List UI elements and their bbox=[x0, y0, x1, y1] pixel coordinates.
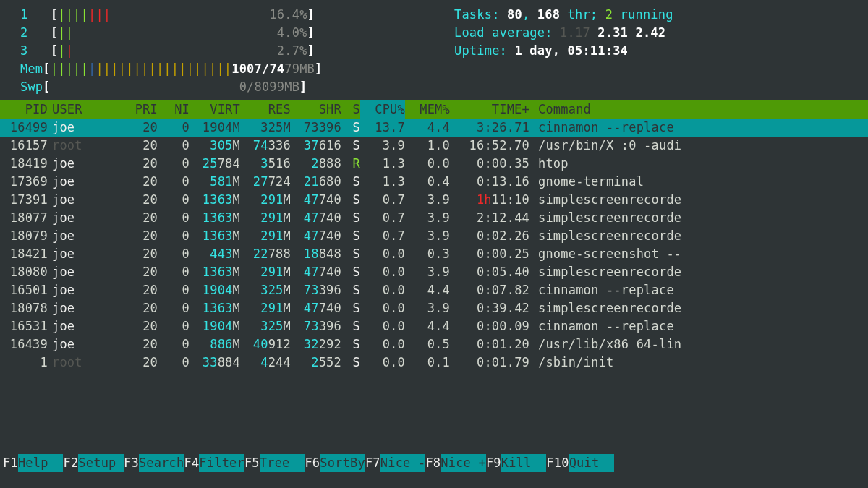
cell-ni: 0 bbox=[158, 263, 190, 281]
process-row[interactable]: 18421 joe 20 0 443M 22788 18848 S 0.0 0.… bbox=[0, 245, 868, 263]
cell-virt: 1904M bbox=[190, 317, 240, 335]
function-key-bar[interactable]: F1Help F2Setup F3SearchF4FilterF5Tree F6… bbox=[0, 454, 614, 472]
fkey-F2-action[interactable]: Setup bbox=[78, 454, 124, 472]
cell-pri: 20 bbox=[117, 354, 158, 372]
cell-mem: 3.9 bbox=[405, 191, 450, 209]
header-pid[interactable]: PID bbox=[0, 100, 48, 119]
cell-pri: 20 bbox=[117, 317, 158, 335]
header-virt[interactable]: VIRT bbox=[190, 100, 240, 119]
fkey-F4-action[interactable]: Filter bbox=[199, 454, 244, 472]
process-row[interactable]: 1 root 20 0 33884 4244 2552 S 0.0 0.1 0:… bbox=[0, 354, 868, 372]
cell-time: 0:00.25 bbox=[450, 245, 529, 263]
fkey-F6-action[interactable]: SortBy bbox=[320, 454, 365, 472]
process-row[interactable]: 17391 joe 20 0 1363M 291M 47740 S 0.7 3.… bbox=[0, 191, 868, 209]
cell-user: joe bbox=[48, 209, 117, 227]
header-res[interactable]: RES bbox=[240, 100, 291, 119]
process-row[interactable]: 17369 joe 20 0 581M 27724 21680 S 1.3 0.… bbox=[0, 173, 868, 191]
process-row[interactable]: 16157 root 20 0 305M 74336 37616 S 3.9 1… bbox=[0, 137, 868, 155]
cell-pri: 20 bbox=[117, 299, 158, 317]
fkey-F3: F3 bbox=[124, 454, 139, 472]
cell-cpu: 0.0 bbox=[360, 335, 405, 354]
fkey-F4: F4 bbox=[184, 454, 199, 472]
process-row[interactable]: 18078 joe 20 0 1363M 291M 47740 S 0.0 3.… bbox=[0, 299, 868, 317]
cell-cpu: 0.0 bbox=[360, 317, 405, 335]
process-table-header[interactable]: PID USER PRI NI VIRT RES SHR S CPU% MEM%… bbox=[0, 100, 868, 119]
cell-shr: 18848 bbox=[291, 245, 341, 263]
cell-virt: 1904M bbox=[190, 281, 240, 299]
load-1: 1.17 bbox=[560, 25, 590, 40]
fkey-F3-action[interactable]: Search bbox=[139, 454, 184, 472]
fkey-F9-action[interactable]: Kill bbox=[501, 454, 547, 472]
cell-shr: 73396 bbox=[291, 317, 341, 335]
fkey-F10-action[interactable]: Quit bbox=[569, 454, 615, 472]
header-mem[interactable]: MEM% bbox=[405, 100, 450, 119]
cell-user: joe bbox=[48, 245, 117, 263]
fkey-F5-action[interactable]: Tree bbox=[260, 454, 305, 472]
cell-cpu: 1.3 bbox=[360, 155, 405, 173]
header-command[interactable]: Command bbox=[529, 100, 868, 119]
swap-value: 0/8099MB bbox=[239, 80, 299, 94]
cpu-3-label: 3 bbox=[20, 43, 27, 58]
fkey-F2: F2 bbox=[63, 454, 78, 472]
process-row[interactable]: 18080 joe 20 0 1363M 291M 47740 S 0.0 3.… bbox=[0, 263, 868, 281]
fkey-F7-action[interactable]: Nice - bbox=[380, 454, 426, 472]
cell-res: 74336 bbox=[240, 137, 291, 155]
cell-state: S bbox=[341, 191, 360, 209]
cell-ni: 0 bbox=[158, 227, 190, 245]
header-shr[interactable]: SHR bbox=[291, 100, 341, 119]
cell-user: root bbox=[48, 137, 117, 155]
cell-ni: 0 bbox=[158, 191, 190, 209]
process-row[interactable]: 16499 joe 20 0 1904M 325M 73396 S 13.7 4… bbox=[0, 119, 868, 137]
process-row[interactable]: 16439 joe 20 0 886M 40912 32292 S 0.0 0.… bbox=[0, 335, 868, 354]
process-row[interactable]: 16531 joe 20 0 1904M 325M 73396 S 0.0 4.… bbox=[0, 317, 868, 335]
uptime-label: Uptime: bbox=[454, 43, 514, 58]
cell-virt: 1363M bbox=[190, 209, 240, 227]
header-pri[interactable]: PRI bbox=[117, 100, 158, 119]
fkey-F5: F5 bbox=[244, 454, 260, 472]
header-ni[interactable]: NI bbox=[158, 100, 190, 119]
cell-virt: 581M bbox=[190, 173, 240, 191]
cell-mem: 3.9 bbox=[405, 299, 450, 317]
cell-cpu: 1.3 bbox=[360, 173, 405, 191]
header-cpu-sorted[interactable]: CPU% bbox=[360, 100, 405, 119]
cell-command: /usr/bin/X :0 -audi bbox=[529, 137, 868, 155]
threads-count: 168 bbox=[537, 7, 560, 22]
meters-panel: 1 [||||||| 16.4%]Tasks: 80, 168 thr; 2 r… bbox=[0, 0, 868, 100]
cell-res: 325M bbox=[240, 317, 291, 335]
cell-state: S bbox=[341, 299, 360, 317]
header-time[interactable]: TIME+ bbox=[450, 100, 529, 119]
cell-time: 0:13.16 bbox=[450, 173, 529, 191]
cell-res: 4244 bbox=[240, 354, 291, 372]
cell-time: 16:52.70 bbox=[450, 137, 529, 155]
process-row[interactable]: 18077 joe 20 0 1363M 291M 47740 S 0.7 3.… bbox=[0, 209, 868, 227]
cell-ni: 0 bbox=[158, 245, 190, 263]
cpu-2-label: 2 bbox=[20, 25, 27, 40]
process-row[interactable]: 18419 joe 20 0 25784 3516 2888 R 1.3 0.0… bbox=[0, 155, 868, 173]
cell-command: /sbin/init bbox=[529, 354, 868, 372]
cell-user: joe bbox=[48, 173, 117, 191]
cell-pri: 20 bbox=[117, 227, 158, 245]
process-row[interactable]: 16501 joe 20 0 1904M 325M 73396 S 0.0 4.… bbox=[0, 281, 868, 299]
cell-ni: 0 bbox=[158, 281, 190, 299]
cell-state: R bbox=[341, 155, 360, 173]
header-user[interactable]: USER bbox=[48, 100, 117, 119]
process-row[interactable]: 18079 joe 20 0 1363M 291M 47740 S 0.7 3.… bbox=[0, 227, 868, 245]
tasks-count: 80 bbox=[507, 7, 522, 22]
fkey-F6: F6 bbox=[305, 454, 320, 472]
cell-time: 0:39.42 bbox=[450, 299, 529, 317]
cell-mem: 0.0 bbox=[405, 155, 450, 173]
cell-time: 0:00.35 bbox=[450, 155, 529, 173]
cell-ni: 0 bbox=[158, 137, 190, 155]
cell-command: gnome-screenshot -- bbox=[529, 245, 868, 263]
cell-mem: 3.9 bbox=[405, 227, 450, 245]
cell-state: S bbox=[341, 281, 360, 299]
fkey-F1-action[interactable]: Help bbox=[18, 454, 64, 472]
header-state[interactable]: S bbox=[341, 100, 360, 119]
cell-pid: 16531 bbox=[0, 317, 48, 335]
cell-res: 325M bbox=[240, 119, 291, 137]
cell-command: cinnamon --replace bbox=[529, 119, 868, 137]
process-table[interactable]: 16499 joe 20 0 1904M 325M 73396 S 13.7 4… bbox=[0, 119, 868, 372]
fkey-F8-action[interactable]: Nice + bbox=[441, 454, 486, 472]
tasks-label: Tasks: bbox=[454, 7, 507, 22]
cell-command: /usr/lib/x86_64-lin bbox=[529, 335, 868, 354]
